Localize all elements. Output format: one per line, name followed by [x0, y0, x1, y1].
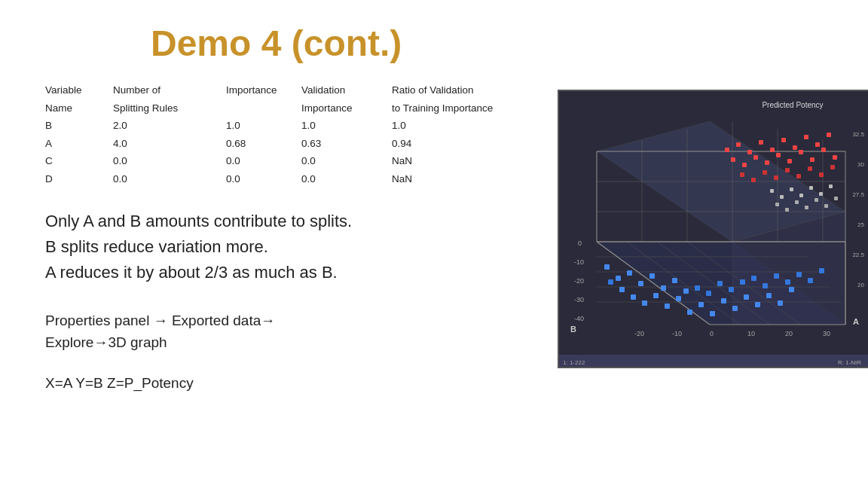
svg-rect-81	[742, 163, 747, 167]
col5b-header: to Training Importance	[392, 100, 542, 117]
svg-rect-55	[778, 300, 783, 306]
svg-rect-108	[795, 200, 799, 204]
row-b-ratio: 1.0	[392, 117, 542, 134]
row-a-val: 0.63	[301, 136, 392, 152]
svg-rect-109	[805, 206, 808, 209]
svg-rect-35	[627, 270, 632, 276]
col4b-header: Importance	[301, 100, 392, 117]
svg-rect-68	[808, 278, 813, 283]
row-a-ratio: 0.94	[392, 136, 542, 152]
svg-rect-105	[829, 185, 833, 188]
svg-rect-95	[796, 174, 801, 178]
svg-rect-82	[753, 155, 758, 160]
row-c-ratio: NaN	[392, 153, 542, 169]
row-c-var: C	[45, 153, 113, 169]
svg-rect-99	[770, 189, 774, 193]
svg-text:30: 30	[823, 330, 830, 337]
svg-text:20: 20	[785, 330, 793, 337]
svg-rect-77	[804, 135, 808, 139]
svg-rect-41	[619, 287, 625, 292]
svg-rect-111	[824, 204, 828, 208]
svg-text:20: 20	[857, 282, 864, 288]
svg-rect-49	[710, 311, 715, 316]
properties-line1: Properties panel → Exported data→	[45, 310, 542, 331]
right-panel: Predicted Potency 32.5 30 27.5 25 22.5 2…	[558, 82, 868, 392]
svg-rect-73	[759, 140, 763, 145]
svg-rect-100	[780, 195, 784, 199]
svg-text:A: A	[853, 317, 859, 326]
svg-rect-83	[765, 160, 769, 165]
svg-rect-92	[763, 170, 767, 175]
svg-rect-44	[653, 293, 659, 298]
svg-rect-54	[766, 293, 772, 298]
svg-rect-39	[672, 278, 677, 283]
svg-rect-75	[781, 138, 786, 142]
svg-rect-112	[834, 197, 838, 200]
data-table: Variable Number of Importance Validation…	[45, 82, 542, 188]
svg-rect-104	[819, 192, 823, 196]
xyz-label: X=A Y=B Z=P_Potency	[45, 375, 542, 392]
svg-rect-70	[725, 148, 729, 152]
row-d-importance: 0.0	[226, 171, 301, 188]
svg-rect-48	[698, 302, 704, 307]
svg-text:1: 1-222: 1: 1-222	[563, 359, 585, 366]
chart-container: Predicted Potency 32.5 30 27.5 25 22.5 2…	[558, 90, 868, 368]
svg-text:-40: -40	[574, 315, 584, 322]
row-d-splits: 0.0	[113, 171, 226, 188]
svg-rect-110	[815, 198, 818, 202]
svg-text:0: 0	[578, 239, 582, 247]
row-b-var: B	[45, 117, 113, 134]
svg-text:-20: -20	[574, 277, 584, 285]
svg-rect-60	[717, 281, 723, 286]
row-c-val: 0.0	[301, 153, 392, 169]
svg-rect-80	[731, 157, 735, 162]
properties-line2: Explore→3D graph	[45, 331, 542, 353]
svg-text:32.5: 32.5	[852, 131, 864, 138]
svg-rect-34	[616, 276, 621, 281]
row-b-val: 1.0	[301, 117, 392, 134]
svg-rect-42	[631, 294, 636, 300]
col1-header: Variable	[45, 82, 113, 99]
svg-rect-33	[604, 264, 610, 270]
left-panel: Variable Number of Importance Validation…	[45, 82, 558, 392]
svg-rect-96	[808, 166, 812, 171]
svg-rect-78	[815, 142, 820, 147]
svg-rect-52	[744, 294, 749, 300]
svg-rect-43	[642, 300, 647, 306]
svg-rect-62	[740, 279, 745, 285]
row-a-var: A	[45, 136, 113, 152]
properties-section: Properties panel → Exported data→ Explor…	[45, 310, 542, 354]
svg-rect-103	[809, 186, 813, 190]
col2b-header: Splitting Rules	[113, 100, 226, 117]
svg-rect-47	[687, 310, 692, 315]
slide: Demo 4 (cont.) Variable Number of Import…	[0, 0, 868, 488]
svg-rect-94	[785, 168, 790, 172]
svg-rect-91	[751, 178, 756, 182]
svg-rect-85	[787, 159, 792, 163]
row-a-splits: 4.0	[113, 136, 226, 152]
content-area: Variable Number of Importance Validation…	[45, 82, 823, 392]
col4-header: Validation	[301, 82, 392, 99]
svg-rect-107	[785, 208, 789, 212]
row-a-importance: 0.68	[226, 136, 301, 152]
svg-rect-72	[747, 150, 752, 154]
row-c-splits: 0.0	[113, 153, 226, 169]
svg-text:B: B	[570, 325, 576, 334]
bullets-section: Only A and B amounts contribute to split…	[45, 209, 542, 285]
svg-rect-57	[608, 279, 613, 285]
svg-rect-64	[763, 283, 768, 288]
svg-rect-51	[732, 306, 738, 311]
col5-header: Ratio of Validation	[392, 82, 542, 99]
svg-rect-61	[729, 287, 734, 292]
row-b-splits: 2.0	[113, 117, 226, 134]
svg-rect-71	[736, 142, 741, 147]
svg-rect-65	[774, 273, 779, 279]
svg-rect-88	[821, 148, 826, 152]
svg-rect-97	[819, 172, 824, 177]
svg-rect-84	[776, 153, 781, 157]
svg-rect-67	[796, 272, 802, 277]
svg-rect-46	[676, 296, 681, 301]
svg-text:-30: -30	[574, 296, 584, 303]
svg-text:-10: -10	[574, 258, 584, 266]
svg-rect-53	[755, 302, 760, 307]
